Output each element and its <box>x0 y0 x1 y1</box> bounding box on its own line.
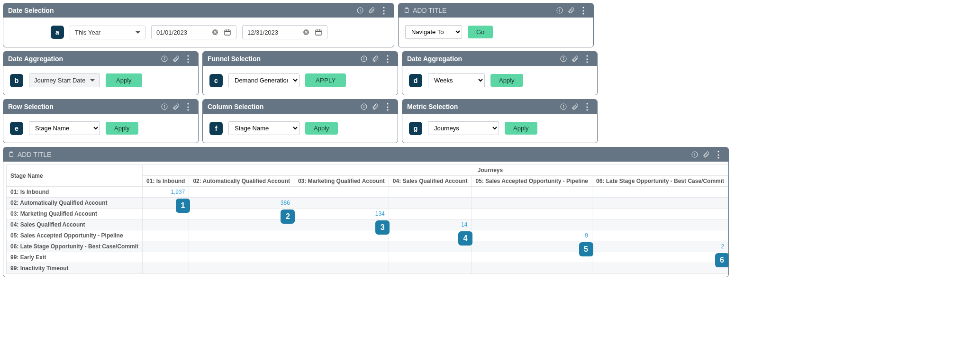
svg-point-29 <box>164 105 165 106</box>
data-cell-empty <box>472 198 592 209</box>
marker-4: 4 <box>458 231 472 246</box>
clear-icon[interactable] <box>302 28 310 36</box>
svg-point-35 <box>563 105 564 106</box>
attachment-icon[interactable] <box>567 6 575 15</box>
info-icon[interactable] <box>555 6 564 15</box>
attachment-icon[interactable] <box>702 150 710 159</box>
apply-button[interactable]: Apply <box>490 74 523 87</box>
data-cell-value[interactable]: 14 <box>389 219 472 230</box>
data-cell-empty <box>592 187 728 198</box>
apply-button[interactable]: APPLY <box>305 73 346 87</box>
info-icon[interactable] <box>360 102 368 111</box>
data-cell-value[interactable]: 1,937 <box>143 187 189 198</box>
panel-header-funnel-selection: Funnel Selection ⋮ <box>203 52 398 66</box>
data-cell-empty <box>143 263 189 274</box>
data-cell-value[interactable]: 134 <box>294 209 389 219</box>
info-icon[interactable] <box>559 102 568 111</box>
clipboard-icon <box>403 7 410 14</box>
data-cell-empty <box>294 252 389 263</box>
row-label: 01: Is Inbound <box>7 187 143 198</box>
attachment-icon[interactable] <box>172 102 180 111</box>
panel-title: Funnel Selection <box>208 55 261 63</box>
kebab-menu-icon[interactable]: ⋮ <box>713 151 724 158</box>
panel-header-date-aggregation: Date Aggregation ⋮ <box>3 52 198 66</box>
info-icon[interactable] <box>360 55 368 63</box>
apply-button[interactable]: Apply <box>505 122 537 135</box>
date-end-input[interactable]: 12/31/2023 <box>242 25 327 39</box>
marker-3: 3 <box>375 220 390 235</box>
data-cell-empty <box>389 209 472 219</box>
journeys-table: Stage Name Journeys 01: Is Inbound02: Au… <box>6 164 729 274</box>
data-cell-empty <box>728 187 729 198</box>
date-aggregation-select[interactable]: Weeks <box>428 73 485 87</box>
calendar-icon[interactable] <box>224 28 231 36</box>
data-cell-empty <box>189 230 294 241</box>
info-icon[interactable] <box>160 55 169 63</box>
kebab-menu-icon[interactable]: ⋮ <box>582 103 592 110</box>
svg-point-20 <box>164 57 165 58</box>
navigate-to-select[interactable]: Navigate To <box>405 25 462 39</box>
date-aggregation-dropdown[interactable]: Journey Start Date <box>29 73 100 87</box>
column-header: 04: Sales Qualified Account <box>389 176 472 187</box>
attachment-icon[interactable] <box>172 55 180 63</box>
data-cell-empty <box>143 252 189 263</box>
svg-point-23 <box>364 57 364 58</box>
data-cell-empty <box>294 230 389 241</box>
data-cell-value[interactable]: 9 <box>472 230 592 241</box>
table-row: 05: Sales Accepted Opportunity - Pipelin… <box>7 230 729 241</box>
column-header: 06: Late Stage Opportunity - Best Case/C… <box>592 176 728 187</box>
apply-button[interactable]: Apply <box>305 122 338 135</box>
kebab-menu-icon[interactable]: ⋮ <box>582 55 592 62</box>
table-row: 99: Early Exit2 <box>7 252 729 263</box>
attachment-icon[interactable] <box>371 55 380 63</box>
data-cell-empty <box>592 230 728 241</box>
data-cell-value[interactable]: 2 <box>592 241 728 252</box>
column-header: 02: Automatically Qualified Account <box>189 176 294 187</box>
svg-rect-9 <box>316 30 321 35</box>
kebab-menu-icon[interactable]: ⋮ <box>183 103 193 110</box>
calendar-icon[interactable] <box>315 28 322 36</box>
panel-title-placeholder[interactable]: ADD TITLE <box>413 7 446 14</box>
panel-header-date-selection: Date Selection ⋮ <box>3 3 394 18</box>
go-button[interactable]: Go <box>468 26 493 38</box>
table-row: 01: Is Inbound1,937 <box>7 187 729 198</box>
attachment-icon[interactable] <box>571 102 579 111</box>
date-start-input[interactable]: 01/01/2023 <box>151 25 236 39</box>
panel-title-placeholder[interactable]: ADD TITLE <box>18 151 51 158</box>
column-header: 03: Marketing Qualified Account <box>294 176 389 187</box>
data-cell-empty <box>728 209 729 219</box>
clear-icon[interactable] <box>211 28 219 36</box>
chevron-down-icon <box>136 31 140 34</box>
info-icon[interactable] <box>559 55 568 63</box>
apply-button[interactable]: Apply <box>106 73 142 87</box>
kebab-menu-icon[interactable]: ⋮ <box>382 103 393 110</box>
panel-header-date-aggregation-2: Date Aggregation ⋮ <box>402 52 597 66</box>
row-selection-select[interactable]: Stage Name <box>29 121 100 135</box>
svg-point-26 <box>563 57 564 58</box>
kebab-menu-icon[interactable]: ⋮ <box>578 7 589 14</box>
info-icon[interactable] <box>160 102 169 111</box>
apply-button[interactable]: Apply <box>106 122 138 135</box>
marker-f: f <box>209 122 223 135</box>
panel-title: Date Selection <box>8 7 54 14</box>
svg-rect-4 <box>225 30 230 35</box>
kebab-menu-icon[interactable]: ⋮ <box>183 55 193 62</box>
info-icon[interactable] <box>356 6 364 15</box>
panel-header-metric-selection: Metric Selection ⋮ <box>402 100 597 114</box>
data-cell-empty <box>728 219 729 230</box>
attachment-icon[interactable] <box>367 6 376 15</box>
info-icon[interactable] <box>690 150 699 159</box>
data-cell-empty <box>143 219 189 230</box>
data-cell-empty <box>389 198 472 209</box>
kebab-menu-icon[interactable]: ⋮ <box>382 55 393 62</box>
date-range-preset-dropdown[interactable]: This Year <box>70 26 145 39</box>
column-selection-select[interactable]: Stage Name <box>228 121 299 135</box>
kebab-menu-icon[interactable]: ⋮ <box>379 7 389 14</box>
data-cell-empty <box>294 241 389 252</box>
data-cell-empty <box>294 219 389 230</box>
attachment-icon[interactable] <box>371 102 380 111</box>
metric-selection-select[interactable]: Journeys <box>428 121 499 135</box>
data-cell-value[interactable]: 386 <box>189 198 294 209</box>
attachment-icon[interactable] <box>571 55 579 63</box>
funnel-select[interactable]: Demand Generation <box>228 73 299 87</box>
